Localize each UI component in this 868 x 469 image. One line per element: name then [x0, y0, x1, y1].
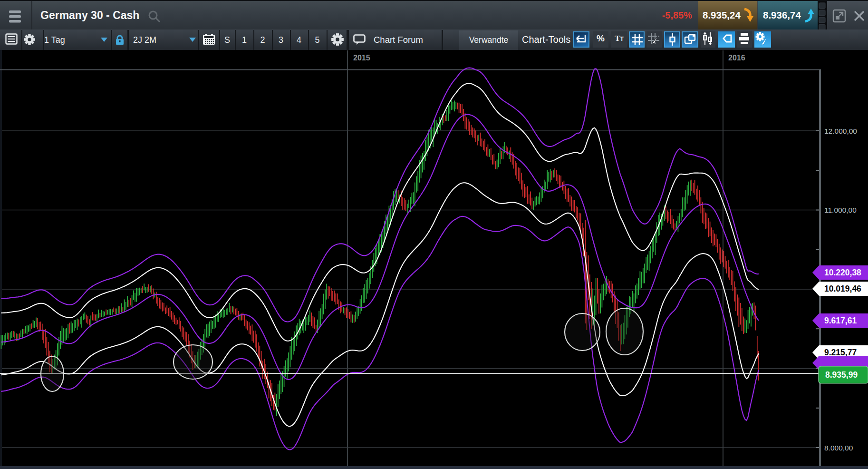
svg-text:2015: 2015 — [353, 54, 370, 62]
svg-text:10.220,38: 10.220,38 — [824, 268, 861, 277]
svg-text:2016: 2016 — [728, 54, 745, 62]
svg-text:10.019,46: 10.019,46 — [824, 284, 861, 293]
svg-text:8.000,00: 8.000,00 — [824, 444, 853, 452]
svg-text:11.000,00: 11.000,00 — [824, 206, 857, 214]
svg-text:12.000,00: 12.000,00 — [824, 127, 857, 135]
svg-text:8.935,99: 8.935,99 — [825, 370, 858, 380]
svg-text:9.617,61: 9.617,61 — [824, 316, 857, 325]
